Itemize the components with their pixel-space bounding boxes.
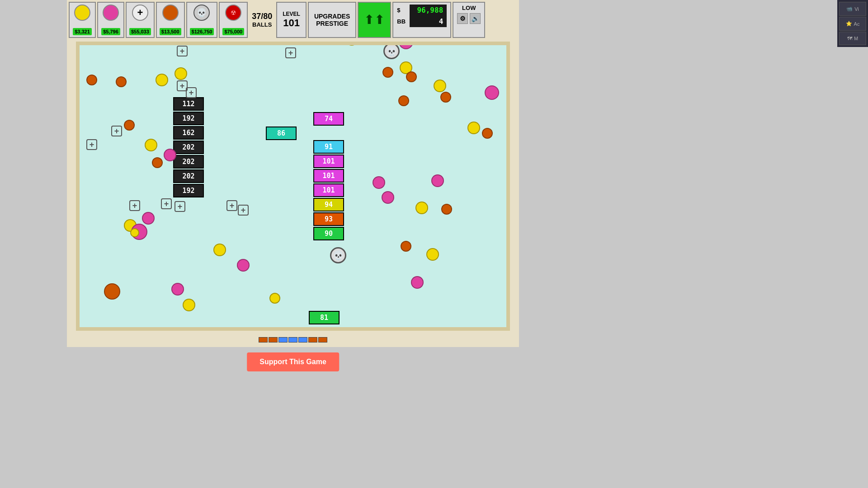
game-block: 202: [173, 155, 204, 169]
game-ball: [434, 80, 446, 92]
prestige-arrow-icon: ⬆⬆: [364, 14, 385, 26]
prestige-label: PRESTIGE: [316, 20, 348, 27]
toolbar: $3,321 $5,796 + $55,033 $13,500 💀 $126,7…: [67, 0, 519, 40]
game-ball: [398, 95, 409, 106]
bb-row: BB 4: [397, 16, 447, 27]
ball-pink[interactable]: $5,796: [97, 2, 124, 38]
game-ball: [104, 283, 120, 300]
level-box: LEVEL 101: [276, 2, 307, 38]
plus-pickup: +: [238, 205, 249, 216]
money-row: $ 96,988: [397, 5, 447, 16]
game-block: 202: [173, 169, 204, 183]
game-block: 91: [313, 140, 344, 154]
game-ball: [482, 128, 493, 139]
map-icon: 🗺: [847, 36, 852, 41]
sidebar-btn-video[interactable]: 📹 Vi: [839, 2, 866, 16]
plus-pickup: +: [186, 87, 197, 98]
right-sidebar: 📹 Vi ⭐ Ac 🗺 M: [837, 0, 868, 47]
game-ball: [426, 248, 439, 261]
plus-pickup: +: [175, 201, 185, 212]
star-icon: ⭐: [846, 21, 852, 27]
plus-pickup: +: [86, 139, 97, 150]
segment-2: [278, 337, 288, 343]
bottom-area: [67, 333, 519, 347]
game-ball: [164, 149, 176, 161]
sidebar-btn-activity[interactable]: ⭐ Ac: [839, 17, 866, 31]
game-field[interactable]: 1121921622022022021928674911011011019493…: [76, 42, 510, 331]
segment-1: [269, 337, 278, 343]
ball-yellow-circle: [74, 5, 90, 21]
plus-pickup: +: [76, 133, 77, 144]
segment-3: [288, 337, 297, 343]
plus-pickup: +: [129, 200, 140, 211]
game-block: 74: [313, 112, 344, 126]
ball-red[interactable]: ☢ $75,000: [219, 2, 248, 38]
ball-orange[interactable]: $13,500: [156, 2, 185, 38]
segment-0: [259, 337, 268, 343]
game-ball: [373, 176, 385, 189]
sidebar-label-activity: Ac: [854, 21, 860, 27]
skull-pickup: 💀: [383, 43, 400, 59]
game-ball: [406, 71, 417, 82]
cursor-arrow: [509, 86, 510, 99]
game-block: 112: [173, 97, 204, 111]
segment-4: [298, 337, 307, 343]
game-ball: [440, 92, 451, 103]
game-ball: [142, 212, 155, 225]
ball-skull-price: $126,750: [190, 28, 214, 35]
game-ball: [156, 74, 168, 86]
game-ball: [467, 122, 480, 134]
mute-button[interactable]: 🔊: [470, 13, 481, 24]
plus-pickup: +: [161, 198, 172, 209]
settings-button[interactable]: ⚙: [457, 13, 468, 24]
game-block: 202: [173, 141, 204, 154]
quality-label: LOW: [462, 5, 476, 11]
sidebar-btn-map[interactable]: 🗺 M: [839, 32, 866, 45]
prestige-button[interactable]: ⬆⬆: [358, 2, 391, 38]
plus-pickup: +: [177, 46, 188, 56]
game-ball: [86, 75, 97, 85]
quality-box: LOW ⚙ 🔊: [453, 2, 485, 38]
game-block: 101: [313, 183, 344, 197]
sidebar-label-video: Vi: [854, 6, 859, 12]
game-ball: [116, 76, 127, 87]
game-ball: [485, 85, 499, 100]
game-block: 94: [313, 198, 344, 211]
game-wrapper: $3,321 $5,796 + $55,033 $13,500 💀 $126,7…: [67, 0, 519, 347]
money-value: 96,988: [410, 5, 447, 16]
segment-6: [318, 337, 327, 343]
game-ball: [145, 139, 157, 151]
video-icon: 📹: [846, 6, 853, 12]
game-block: 86: [266, 127, 297, 140]
game-block: 192: [173, 184, 204, 197]
game-ball: [441, 204, 452, 215]
ball-add-price: $55,033: [129, 28, 151, 35]
game-ball: [431, 174, 444, 187]
level-number: 101: [283, 17, 300, 29]
game-ball: [237, 259, 250, 272]
ball-skull[interactable]: 💀 $126,750: [186, 2, 218, 38]
game-ball: [171, 283, 184, 296]
bb-label: BB: [397, 18, 407, 25]
ball-yellow[interactable]: $3,321: [69, 2, 96, 38]
balls-count-value: 37/80: [252, 12, 272, 21]
level-label: LEVEL: [283, 11, 300, 17]
ball-yellow-price: $3,321: [73, 28, 92, 35]
upgrades-button[interactable]: UPGRADES PRESTIGE: [308, 2, 356, 38]
skull-pickup: 💀: [330, 247, 346, 263]
ball-add[interactable]: + $55,033: [126, 2, 155, 38]
support-button[interactable]: Support This Game: [247, 352, 339, 371]
money-label: $: [397, 7, 407, 14]
balls-label: BALLS: [252, 21, 272, 28]
money-box: $ 96,988 BB 4: [392, 2, 451, 38]
game-ball: [152, 157, 163, 168]
ball-red-circle: ☢: [225, 5, 241, 21]
ball-pink-circle: [103, 5, 119, 21]
plus-pickup: +: [285, 47, 296, 58]
ball-orange-price: $13,500: [160, 28, 181, 35]
game-ball: [183, 299, 195, 311]
balls-counter: 37/80 BALLS: [249, 2, 275, 38]
game-ball: [269, 293, 280, 304]
skull-icon: 💀: [193, 5, 210, 21]
game-block: 101: [313, 155, 344, 168]
